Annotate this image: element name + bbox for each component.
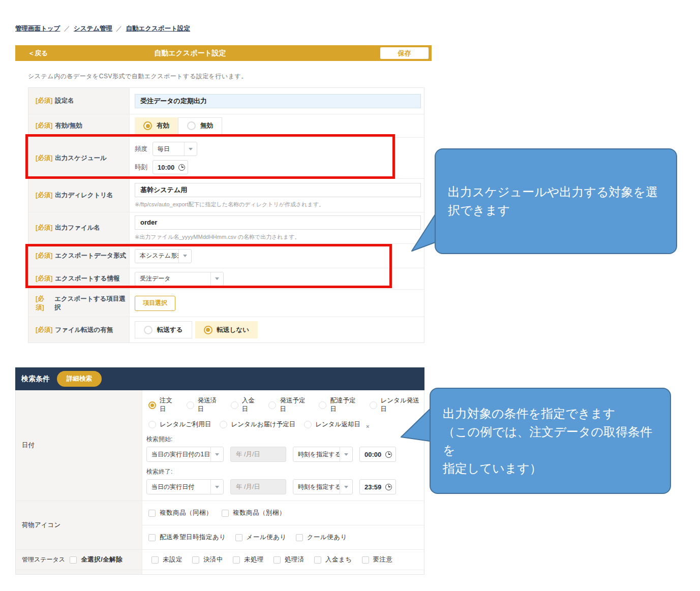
clock-icon bbox=[178, 164, 185, 171]
required-tag: [必須] bbox=[36, 295, 52, 312]
breadcrumb-link-admin-top[interactable]: 管理画面トップ bbox=[15, 24, 60, 33]
checkbox-status-caution[interactable]: 要注意 bbox=[362, 555, 393, 564]
export-info-select[interactable]: 受注データ bbox=[135, 272, 224, 286]
checkbox-cool-service[interactable]: クール便あり bbox=[296, 533, 347, 542]
clock-icon bbox=[385, 451, 392, 458]
callout-schedule: 出力スケジュールや出力する対象を選 択できます bbox=[435, 148, 677, 254]
checkbox-icon bbox=[192, 556, 199, 564]
detailed-search-badge[interactable]: 詳細検索 bbox=[57, 371, 102, 387]
radio-option-transfer-no[interactable]: 転送しない bbox=[195, 321, 258, 338]
row-admin-status: 管理ステータス 全選択/全解除 未設定 決済中 未処理 処理済 入金まち 要注意 bbox=[16, 550, 424, 570]
setting-name-input[interactable]: 受注データの定期出力 bbox=[135, 94, 421, 108]
search-end-time-input[interactable]: 23:59 bbox=[359, 479, 396, 494]
dropdown-arrow-area bbox=[184, 142, 197, 155]
radio-rental-arrival-date[interactable]: レンタルお届け予定日 bbox=[220, 420, 295, 429]
radio-checked-icon bbox=[204, 326, 212, 334]
search-start-time-input[interactable]: 00:00 bbox=[359, 447, 396, 462]
search-end-time-value: 23:59 bbox=[364, 483, 381, 491]
schedule-time-input[interactable]: 10:00 bbox=[153, 160, 188, 174]
partial-value-cell bbox=[142, 570, 424, 574]
radio-rental-use-date[interactable]: レンタルご利用日 bbox=[148, 420, 211, 429]
row-label: [必須] 出力ディレクトリ名 bbox=[28, 179, 130, 212]
row-label: [必須] エクスポートデータ形式 bbox=[28, 244, 130, 268]
row-export-info: [必須] エクスポートする情報 受注データ bbox=[28, 268, 424, 290]
breadcrumb-link-auto-export[interactable]: 自動エクスポート設定 bbox=[126, 24, 190, 33]
chevron-down-icon bbox=[215, 453, 219, 456]
checkbox-label: 処理済 bbox=[285, 555, 305, 564]
output-directory-input[interactable]: 基幹システム用 bbox=[135, 183, 421, 197]
search-start-preset-select[interactable]: 当日の実行日付の1日前 bbox=[146, 447, 224, 462]
radio-option-disabled[interactable]: 無効 bbox=[178, 117, 222, 135]
checkbox-icon bbox=[148, 510, 156, 517]
callout-text: 出力対象の条件を指定できます bbox=[443, 405, 658, 423]
page-header-bar: ＜戻る 自動エクスポート設定 保存 bbox=[15, 45, 432, 61]
search-start-time-value: 00:00 bbox=[364, 451, 381, 458]
radio-payment-date[interactable]: 入金日 bbox=[231, 396, 260, 414]
time-mode-value: 時刻を指定する bbox=[293, 483, 340, 491]
radio-option-transfer-yes[interactable]: 転送する bbox=[135, 321, 192, 338]
search-start-time-mode-select[interactable]: 時刻を指定する bbox=[293, 447, 353, 462]
row-label: [必須] 出力スケジュール bbox=[28, 138, 130, 178]
checkbox-label: 未設定 bbox=[163, 555, 182, 564]
time-mode-value: 時刻を指定する bbox=[293, 450, 340, 459]
checkbox-multi-item-separate-box[interactable]: 複数商品（別梱） bbox=[222, 509, 286, 517]
required-tag: [必須] bbox=[36, 191, 52, 200]
checkbox-status-unset[interactable]: 未設定 bbox=[151, 555, 182, 564]
search-end-time-mode-select[interactable]: 時刻を指定する bbox=[293, 479, 353, 494]
checkbox-status-processed[interactable]: 処理済 bbox=[273, 555, 305, 564]
frequency-select[interactable]: 毎日 bbox=[153, 142, 197, 156]
radio-ship-plan-date[interactable]: 発送予定日 bbox=[268, 396, 310, 414]
checkbox-status-awaiting-payment[interactable]: 入金まち bbox=[314, 555, 352, 564]
dropdown-arrow-area bbox=[178, 250, 191, 263]
checkbox-icon bbox=[151, 556, 159, 564]
chevron-down-icon bbox=[344, 453, 348, 456]
radio-order-date[interactable]: 注文日 bbox=[148, 396, 178, 414]
checkbox-multi-item-same-box[interactable]: 複数商品（同梱） bbox=[148, 509, 212, 517]
row-schedule: [必須] 出力スケジュール 頻度 毎日 時刻 10:00 bbox=[28, 138, 424, 179]
radio-option-label: 有効 bbox=[157, 121, 169, 130]
back-button[interactable]: ＜戻る bbox=[28, 49, 48, 58]
checkbox-icon bbox=[233, 556, 240, 564]
row-label: [必須] ファイル転送の有無 bbox=[28, 317, 130, 343]
required-tag: [必須] bbox=[36, 97, 52, 105]
export-format-select[interactable]: 本システム形式 bbox=[135, 249, 192, 263]
search-end-preset-select[interactable]: 当日の実行日付 bbox=[146, 479, 224, 494]
radio-option-enabled[interactable]: 有効 bbox=[135, 117, 178, 135]
row-export-format: [必須] エクスポートデータ形式 本システム形式 bbox=[28, 244, 424, 268]
callout-text: 指定しています） bbox=[443, 459, 658, 478]
breadcrumb-separator: ／ bbox=[64, 24, 70, 33]
checkbox-status-unprocessed[interactable]: 未処理 bbox=[233, 555, 264, 564]
radio-option-label: 無効 bbox=[200, 121, 213, 130]
search-start-date-input[interactable]: 年 /月/日 bbox=[230, 447, 286, 462]
breadcrumb-link-system-admin[interactable]: システム管理 bbox=[74, 24, 112, 33]
field-selection-button[interactable]: 項目選択 bbox=[135, 296, 175, 311]
checkbox-status-paying[interactable]: 決済中 bbox=[192, 555, 223, 564]
checkbox-label: 決済中 bbox=[203, 555, 223, 564]
radio-shipped-date[interactable]: 発送済日 bbox=[187, 396, 222, 414]
radio-rental-return-date[interactable]: レンタル返却日 bbox=[304, 420, 360, 429]
row-enabled: [必須] 有効/無効 有効 無効 bbox=[28, 114, 424, 138]
export-settings-form: [必須] 設定名 受注データの定期出力 [必須] 有効/無効 有効 bbox=[28, 87, 424, 343]
radio-unchecked-icon bbox=[148, 421, 156, 428]
time-label: 時刻 bbox=[135, 163, 147, 172]
radio-label: レンタル返却日 bbox=[315, 420, 360, 429]
close-icon[interactable]: × bbox=[366, 423, 369, 429]
checkbox-icon bbox=[235, 534, 242, 541]
output-directory-note: ※/ftp/csv/auto_export配下に指定した名称のディレクトリが作成… bbox=[135, 201, 421, 208]
breadcrumb-separator: ／ bbox=[116, 24, 123, 33]
output-filename-input[interactable]: order bbox=[135, 215, 421, 230]
row-output-filename: [必須] 出力ファイル名 order ※出力ファイル名_yyyyMMddHHmm… bbox=[28, 212, 424, 244]
checkbox-icon bbox=[362, 556, 369, 564]
checkbox-mail-service[interactable]: メール便あり bbox=[235, 533, 287, 542]
checkbox-delivery-datetime-specified[interactable]: 配送希望日時指定あり bbox=[148, 533, 226, 542]
radio-unchecked-icon bbox=[268, 401, 276, 409]
save-button[interactable]: 保存 bbox=[380, 47, 429, 59]
radio-label: 発送済日 bbox=[198, 396, 222, 414]
checkbox-label: クール便あり bbox=[307, 533, 347, 542]
checkbox-select-all[interactable]: 全選択/全解除 bbox=[70, 555, 123, 564]
radio-delivery-plan-date[interactable]: 配達予定日 bbox=[319, 396, 360, 414]
checkbox-icon bbox=[148, 534, 156, 541]
radio-checked-icon bbox=[148, 401, 156, 409]
search-end-date-input[interactable]: 年 /月/日 bbox=[230, 479, 286, 494]
row-label: [必須] 有効/無効 bbox=[28, 114, 130, 137]
